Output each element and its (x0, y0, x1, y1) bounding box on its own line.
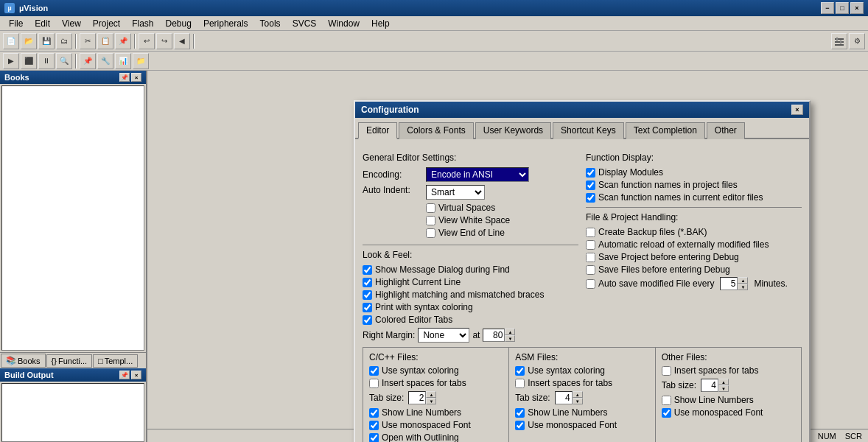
other-tab-input[interactable] (701, 379, 718, 392)
asm-tab-up[interactable]: ▲ (573, 391, 583, 398)
minimize-button[interactable]: − (821, 2, 834, 14)
cpp-spaces-check[interactable] (369, 379, 379, 388)
menu-edit[interactable]: Edit (29, 17, 56, 30)
menu-peripherals[interactable]: Peripherals (197, 17, 254, 30)
tb2-btn8[interactable]: 📁 (133, 53, 149, 69)
right-margin-select[interactable]: None (418, 328, 469, 343)
asm-syntax-check[interactable] (515, 366, 525, 376)
other-tab-up[interactable]: ▲ (718, 379, 729, 385)
configuration-dialog: Configuration × Editor Colors & Fonts Us… (354, 100, 811, 442)
colored-tabs-check[interactable] (363, 315, 372, 325)
tb2-btn1[interactable]: ▶ (3, 53, 19, 69)
tab-colors-fonts[interactable]: Colors & Fonts (399, 122, 473, 139)
save-project-check[interactable] (586, 253, 595, 262)
auto-save-check[interactable] (586, 279, 595, 289)
tab-functions[interactable]: {} Functi... (46, 354, 92, 368)
asm-tab-input[interactable] (555, 391, 573, 404)
books-close-btn[interactable]: × (131, 73, 141, 82)
scan-project-check[interactable] (586, 180, 595, 190)
other-lines-check[interactable] (662, 396, 671, 405)
settings-btn[interactable] (831, 33, 847, 49)
tab-user-keywords[interactable]: User Keywords (475, 122, 551, 139)
highlight-current-check[interactable] (363, 278, 372, 287)
cpp-tab-up[interactable]: ▲ (426, 391, 436, 398)
maximize-button[interactable]: □ (836, 2, 849, 14)
view-white-space-check[interactable] (426, 216, 435, 225)
right-margin-input[interactable] (483, 329, 505, 342)
display-modules-label: Display Modules (598, 167, 663, 178)
tab-shortcut-keys[interactable]: Shortcut Keys (553, 122, 624, 139)
menu-help[interactable]: Help (365, 17, 396, 30)
virtual-spaces-check[interactable] (426, 203, 435, 213)
tab-templates[interactable]: □ Templ... (93, 354, 138, 368)
other-tab-down[interactable]: ▼ (718, 385, 729, 392)
create-backup-check[interactable] (586, 228, 595, 237)
save-all-btn[interactable]: 🗂 (56, 33, 72, 49)
back-btn[interactable]: ◀ (174, 33, 190, 49)
build-output-label: Build Output (4, 371, 54, 379)
display-modules-check[interactable] (586, 168, 595, 178)
auto-indent-select[interactable]: Smart (426, 185, 485, 200)
auto-reload-check[interactable] (586, 240, 595, 250)
asm-spaces-check[interactable] (515, 379, 525, 388)
menu-flash[interactable]: Flash (126, 17, 159, 30)
books-pin-btn[interactable]: 📌 (119, 73, 130, 82)
cut-btn[interactable]: ✂ (80, 33, 96, 49)
cpp-outlining-check[interactable] (369, 433, 379, 443)
undo-btn[interactable]: ↩ (139, 33, 155, 49)
show-message-check[interactable] (363, 265, 372, 275)
view-end-of-line-check[interactable] (426, 228, 435, 238)
tb2-btn4[interactable]: 🔍 (56, 53, 72, 69)
auto-save-down[interactable]: ▼ (738, 284, 748, 290)
menu-debug[interactable]: Debug (160, 17, 197, 30)
save-project-label: Save Project before entering Debug (598, 252, 739, 262)
tab-books[interactable]: 📚 Books (1, 354, 46, 368)
auto-save-input[interactable] (720, 277, 738, 290)
copy-btn[interactable]: 📋 (97, 33, 113, 49)
asm-tab-down[interactable]: ▼ (573, 398, 583, 404)
save-btn[interactable]: 💾 (38, 33, 55, 49)
config-btn[interactable]: ⚙ (849, 33, 865, 49)
tab-editor[interactable]: Editor (358, 122, 397, 139)
encoding-select[interactable]: Encode in ANSI (426, 167, 529, 182)
open-btn[interactable]: 📂 (21, 33, 37, 49)
other-spaces-check[interactable] (662, 366, 671, 376)
save-files-row: Save Files before entering Debug (586, 264, 802, 275)
menu-svcs[interactable]: SVCS (287, 17, 323, 30)
scan-editor-check[interactable] (586, 193, 595, 203)
tb2-btn3[interactable]: ⏸ (38, 53, 55, 69)
menu-window[interactable]: Window (322, 17, 365, 30)
build-pin-btn[interactable]: 📌 (119, 371, 130, 379)
menu-view[interactable]: View (56, 17, 87, 30)
close-button[interactable]: × (850, 2, 864, 14)
cpp-tab-down[interactable]: ▼ (426, 398, 436, 404)
tb2-btn7[interactable]: 📊 (115, 53, 131, 69)
other-tab-spinbox: ▲ ▼ (701, 379, 729, 392)
highlight-braces-check[interactable] (363, 290, 372, 300)
cpp-lines-check[interactable] (369, 408, 379, 418)
right-margin-down[interactable]: ▼ (505, 335, 515, 342)
menu-project[interactable]: Project (87, 17, 126, 30)
tb2-btn6[interactable]: 🔧 (97, 53, 113, 69)
cpp-tab-input[interactable] (408, 391, 426, 404)
tb2-btn2[interactable]: ⬛ (21, 53, 37, 69)
new-btn[interactable]: 📄 (3, 33, 19, 49)
dialog-close-btn[interactable]: × (791, 105, 803, 115)
asm-lines-check[interactable] (515, 408, 525, 418)
build-close-btn[interactable]: × (131, 371, 141, 379)
redo-btn[interactable]: ↪ (156, 33, 172, 49)
asm-mono-check[interactable] (515, 421, 525, 430)
other-mono-check[interactable] (662, 408, 671, 418)
print-syntax-check[interactable] (363, 303, 372, 312)
tab-other[interactable]: Other (707, 122, 745, 139)
menu-tools[interactable]: Tools (254, 17, 287, 30)
menu-file[interactable]: File (3, 17, 29, 30)
cpp-syntax-check[interactable] (369, 366, 379, 376)
paste-btn[interactable]: 📌 (115, 33, 131, 49)
cpp-mono-check[interactable] (369, 421, 379, 430)
auto-save-up[interactable]: ▲ (738, 277, 748, 284)
tab-text-completion[interactable]: Text Completion (626, 122, 705, 139)
tb2-btn5[interactable]: 📌 (80, 53, 96, 69)
right-margin-up[interactable]: ▲ (505, 329, 515, 335)
save-files-check[interactable] (586, 265, 595, 275)
